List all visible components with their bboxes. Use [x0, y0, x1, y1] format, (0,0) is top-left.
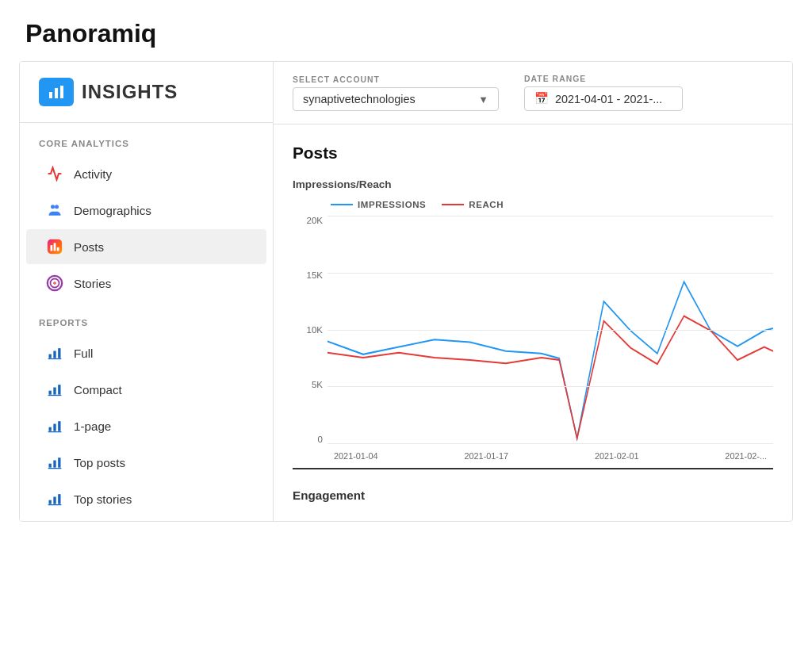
date-range-label: DATE RANGE	[524, 75, 683, 83]
sidebar-item-stories[interactable]: Stories	[26, 266, 266, 301]
compact-report-icon	[45, 380, 64, 399]
svg-rect-17	[53, 388, 56, 395]
svg-point-4	[55, 205, 59, 209]
svg-rect-0	[49, 92, 52, 98]
svg-rect-13	[53, 351, 56, 358]
svg-rect-22	[58, 421, 60, 431]
y-label-10k: 10K	[307, 325, 324, 335]
account-select-arrow-icon: ▼	[478, 94, 488, 105]
stories-icon	[45, 274, 64, 293]
impressions-reach-chart-section: Impressions/Reach IMPRESSIONS REACH	[293, 178, 773, 469]
y-label-0: 0	[318, 435, 323, 444]
svg-rect-18	[58, 385, 60, 395]
sidebar-item-posts[interactable]: Posts	[26, 229, 266, 264]
sidebar-item-compact-label: Compact	[74, 383, 122, 396]
chart-svg	[327, 216, 773, 444]
chart-y-axis: 20K 15K 10K 5K 0	[293, 216, 327, 444]
full-report-icon	[45, 343, 64, 362]
sidebar-item-activity[interactable]: Activity	[26, 156, 266, 191]
date-range-group: DATE RANGE 📅 2021-04-01 - 2021-...	[524, 75, 683, 111]
date-range-value: 2021-04-01 - 2021-...	[555, 93, 662, 105]
sidebar: INSIGHTS CORE ANALYTICS Activity Demog	[20, 62, 274, 521]
reports-label: REPORTS	[20, 302, 273, 334]
svg-rect-8	[57, 247, 59, 251]
chart-legend: IMPRESSIONS REACH	[331, 200, 773, 209]
impressions-legend-line	[331, 204, 353, 205]
svg-rect-25	[53, 461, 56, 468]
sidebar-item-top-stories[interactable]: Top stories	[26, 481, 266, 516]
impressions-legend-item: IMPRESSIONS	[331, 200, 426, 209]
sidebar-item-demographics-label: Demographics	[74, 204, 151, 217]
sidebar-item-full[interactable]: Full	[26, 335, 266, 370]
reach-legend-line	[442, 204, 464, 205]
bar-chart-logo-icon	[47, 82, 66, 102]
x-label-1: 2021-01-04	[334, 451, 378, 461]
posts-icon	[45, 237, 64, 256]
date-range-picker[interactable]: 📅 2021-04-01 - 2021-...	[524, 86, 683, 111]
reach-legend-item: REACH	[442, 200, 504, 209]
svg-rect-12	[49, 354, 52, 358]
impressions-reach-chart-title: Impressions/Reach	[293, 178, 773, 190]
sidebar-item-activity-label: Activity	[74, 167, 112, 181]
svg-rect-29	[53, 497, 56, 504]
y-label-5k: 5K	[312, 380, 323, 389]
account-select-dropdown[interactable]: synaptivetechnologies ▼	[293, 87, 499, 111]
account-selector-group: SELECT ACCOUNT synaptivetechnologies ▼	[293, 75, 499, 111]
content-header: SELECT ACCOUNT synaptivetechnologies ▼ D…	[274, 62, 792, 124]
chart-x-axis: 2021-01-04 2021-01-17 2021-02-01 2021-02…	[327, 444, 773, 468]
impressions-legend-label: IMPRESSIONS	[358, 200, 426, 209]
sidebar-item-full-label: Full	[74, 347, 93, 360]
one-page-report-icon	[45, 416, 64, 435]
sidebar-item-stories-label: Stories	[74, 277, 111, 290]
engagement-section-title: Engagement	[293, 488, 773, 502]
y-label-20k: 20K	[307, 216, 324, 225]
svg-rect-21	[53, 424, 56, 431]
svg-rect-20	[49, 427, 52, 431]
impressions-line	[327, 282, 773, 438]
top-stories-report-icon	[45, 489, 64, 508]
demographics-icon	[45, 201, 64, 220]
core-analytics-label: CORE ANALYTICS	[20, 123, 273, 155]
sidebar-logo-area: INSIGHTS	[20, 62, 273, 123]
main-layout: INSIGHTS CORE ANALYTICS Activity Demog	[19, 61, 793, 522]
svg-rect-24	[49, 464, 52, 468]
svg-point-11	[53, 282, 56, 285]
sidebar-item-one-page[interactable]: 1-page	[26, 408, 266, 443]
svg-rect-16	[49, 391, 52, 395]
activity-icon	[45, 164, 64, 183]
svg-rect-6	[51, 245, 53, 251]
reach-legend-label: REACH	[469, 200, 504, 209]
svg-rect-14	[58, 348, 60, 358]
content-body: Posts Impressions/Reach IMPRESSIONS REAC…	[274, 124, 792, 521]
reach-line	[327, 316, 773, 439]
account-select-value: synaptivetechnologies	[303, 93, 416, 105]
sidebar-item-posts-label: Posts	[74, 240, 104, 254]
x-label-2: 2021-01-17	[464, 451, 508, 461]
svg-rect-28	[49, 500, 52, 504]
svg-rect-2	[60, 86, 63, 98]
select-account-label: SELECT ACCOUNT	[293, 75, 499, 84]
content-area: SELECT ACCOUNT synaptivetechnologies ▼ D…	[274, 62, 792, 521]
top-posts-report-icon	[45, 453, 64, 472]
page-title: Posts	[293, 144, 773, 163]
x-label-3: 2021-02-01	[595, 451, 639, 461]
svg-point-3	[51, 205, 55, 209]
insights-logo-text: INSIGHTS	[82, 81, 178, 103]
sidebar-item-one-page-label: 1-page	[74, 419, 111, 433]
sidebar-item-top-posts-label: Top posts	[74, 456, 125, 469]
calendar-icon: 📅	[534, 92, 549, 105]
sidebar-item-demographics[interactable]: Demographics	[26, 193, 266, 228]
svg-rect-30	[58, 494, 60, 504]
svg-rect-1	[55, 88, 58, 98]
sidebar-item-top-stories-label: Top stories	[74, 492, 132, 506]
sidebar-item-compact[interactable]: Compact	[26, 372, 266, 407]
sidebar-item-top-posts[interactable]: Top posts	[26, 445, 266, 480]
impressions-reach-chart: 20K 15K 10K 5K 0	[293, 216, 773, 469]
insights-logo-icon	[39, 78, 74, 106]
app-title: Panoramiq	[0, 0, 812, 61]
svg-rect-26	[58, 458, 60, 468]
y-label-15k: 15K	[307, 270, 324, 280]
x-label-4: 2021-02-...	[725, 451, 767, 461]
svg-rect-7	[54, 243, 56, 251]
chart-drawing-area	[327, 216, 773, 444]
